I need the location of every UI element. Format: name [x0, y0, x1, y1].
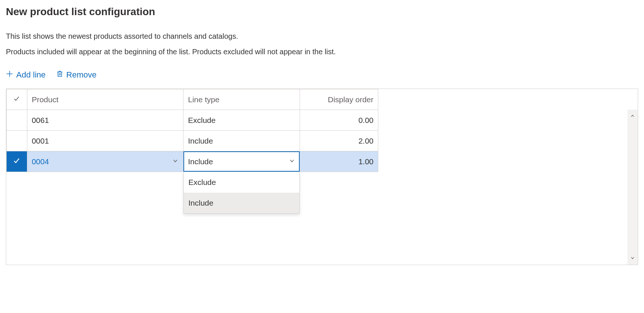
display-order-cell[interactable]: 0.00 [300, 110, 378, 131]
chevron-down-icon[interactable] [289, 157, 295, 166]
table-row[interactable]: 0001 Include 2.00 [7, 131, 378, 151]
table-row[interactable]: 0004 Include [7, 151, 378, 172]
remove-label: Remove [66, 70, 97, 80]
plus-icon [6, 70, 13, 80]
line-type-dropdown: Exclude Include [183, 172, 300, 214]
description-line-2: Products included will appear at the beg… [6, 47, 638, 57]
line-type-cell[interactable]: Exclude [183, 110, 300, 131]
page-title: New product list configuration [6, 6, 638, 18]
vertical-scrollbar[interactable] [627, 110, 638, 265]
product-cell[interactable]: 0061 [27, 110, 183, 131]
display-order-cell[interactable]: 2.00 [300, 131, 378, 151]
chevron-down-icon[interactable] [630, 254, 635, 262]
select-all-header[interactable] [7, 89, 27, 110]
line-type-select[interactable]: Include [183, 151, 300, 172]
product-grid: Product Line type Display order 0061 Exc… [6, 89, 638, 265]
product-value: 0004 [32, 157, 49, 166]
product-cell[interactable]: 0001 [27, 131, 183, 151]
trash-icon [56, 70, 63, 80]
product-cell[interactable]: 0004 [27, 151, 183, 172]
toolbar: Add line Remove [6, 70, 638, 80]
dropdown-option-exclude[interactable]: Exclude [184, 172, 299, 193]
chevron-up-icon[interactable] [630, 112, 635, 120]
line-type-cell[interactable]: Include Exclude Include [183, 151, 300, 172]
display-order-cell[interactable]: 1.00 [300, 151, 378, 172]
row-selector[interactable] [7, 131, 27, 151]
row-selector[interactable] [7, 151, 27, 172]
line-type-value: Include [188, 157, 213, 166]
add-line-label: Add line [16, 70, 46, 80]
column-header-line-type[interactable]: Line type [183, 89, 300, 110]
checkmark-icon [13, 158, 21, 166]
checkmark-icon [13, 95, 20, 104]
dropdown-option-include[interactable]: Include [184, 193, 299, 213]
row-selector[interactable] [7, 110, 27, 131]
header-row: Product Line type Display order [7, 89, 378, 110]
remove-button[interactable]: Remove [56, 70, 97, 80]
add-line-button[interactable]: Add line [6, 70, 46, 80]
column-header-product[interactable]: Product [27, 89, 183, 110]
line-type-cell[interactable]: Include [183, 131, 300, 151]
description-line-1: This list shows the newest products asso… [6, 31, 638, 41]
column-header-display-order[interactable]: Display order [300, 89, 378, 110]
chevron-down-icon[interactable] [172, 157, 179, 166]
table-row[interactable]: 0061 Exclude 0.00 [7, 110, 378, 131]
